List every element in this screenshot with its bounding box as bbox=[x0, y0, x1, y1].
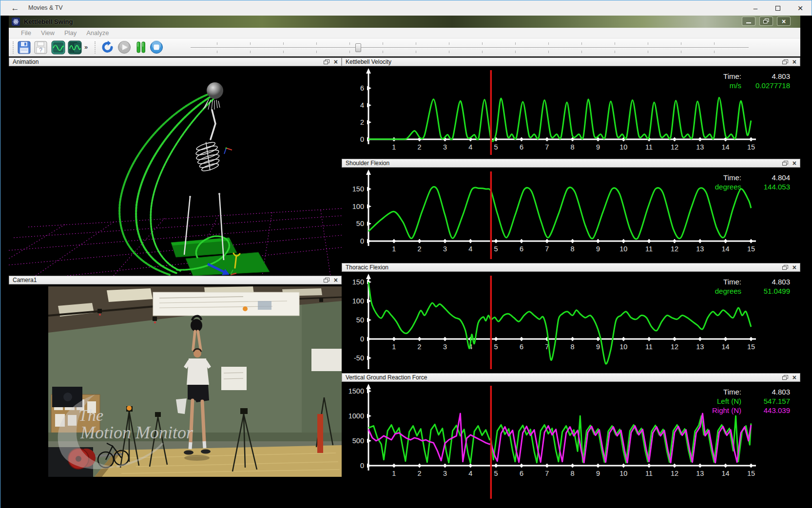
back-button[interactable]: ← bbox=[7, 0, 23, 16]
timeline-slider[interactable] bbox=[191, 42, 749, 53]
y-tick-label: 4 bbox=[360, 101, 364, 109]
y-tick-label: 2 bbox=[360, 118, 364, 126]
x-tick-label: 11 bbox=[645, 343, 653, 351]
x-tick-label: 1 bbox=[392, 470, 396, 477]
slider-handle[interactable] bbox=[355, 43, 361, 52]
pause-button[interactable] bbox=[134, 40, 148, 55]
float-icon[interactable] bbox=[782, 161, 788, 166]
reset-button[interactable] bbox=[100, 40, 115, 55]
menubar: FileViewPlayAnalyze bbox=[9, 28, 800, 38]
outer-close-button[interactable]: × bbox=[789, 0, 812, 16]
menu-item-file[interactable]: File bbox=[16, 29, 36, 37]
kettlebell-velocity-panel-header[interactable]: Kettlebell Velocity× bbox=[342, 57, 800, 66]
readout-label: Left (N) bbox=[668, 397, 741, 406]
readout-value: 443.039 bbox=[741, 406, 790, 415]
x-tick-label: 5 bbox=[494, 143, 498, 151]
readout-label: m/s bbox=[668, 81, 741, 91]
orange-light bbox=[243, 306, 248, 311]
thoracic-flexion-panel-header[interactable]: Thoracic Flexion× bbox=[342, 263, 800, 272]
y-tick-label: -50 bbox=[354, 354, 364, 362]
y-tick-label: 50 bbox=[356, 316, 364, 324]
readout-value: 144.053 bbox=[741, 183, 790, 192]
animation-panel-header[interactable]: Animation × bbox=[9, 57, 342, 66]
x-tick-label: 12 bbox=[671, 343, 678, 351]
readout-row: m/s0.0277718 bbox=[668, 81, 790, 91]
menu-item-analyze[interactable]: Analyze bbox=[81, 29, 114, 37]
app-restore-button[interactable] bbox=[759, 17, 773, 26]
readout-row: Time:4.803 bbox=[668, 278, 790, 287]
close-icon[interactable]: × bbox=[793, 265, 796, 270]
thoracic-flexion-readout: Time:4.803degrees51.0499 bbox=[668, 278, 790, 296]
stop-button[interactable] bbox=[149, 40, 164, 55]
float-icon[interactable] bbox=[324, 278, 329, 282]
y-tick-label: 0 bbox=[360, 135, 364, 143]
x-tick-label: 3 bbox=[443, 245, 447, 253]
outer-maximize-button[interactable] bbox=[767, 0, 789, 16]
x-tick-label: 1 bbox=[392, 143, 396, 151]
app-close-button[interactable]: × bbox=[777, 17, 791, 26]
save-as-button[interactable]: ? bbox=[33, 40, 48, 55]
y-tick-label: 0 bbox=[360, 335, 364, 343]
back-icon: ← bbox=[11, 3, 19, 13]
outer-minimize-button[interactable]: – bbox=[744, 0, 767, 16]
close-icon[interactable]: × bbox=[793, 59, 796, 64]
readout-row: Right (N)443.039 bbox=[668, 406, 790, 415]
play-icon bbox=[117, 40, 131, 54]
float-icon[interactable] bbox=[324, 59, 329, 64]
play-button[interactable] bbox=[117, 40, 132, 55]
camera-panel-header[interactable]: Camera1 × bbox=[9, 276, 342, 284]
vertical-ground-reaction-force-readout: Time:4.803Left (N)547.157Right (N)443.03… bbox=[668, 388, 790, 415]
close-icon[interactable]: × bbox=[334, 59, 338, 64]
readout-value: 4.803 bbox=[741, 72, 790, 81]
toolbar-drag-handle[interactable] bbox=[13, 41, 14, 54]
outer-window-controls: – × bbox=[744, 0, 812, 16]
save-button[interactable] bbox=[17, 40, 31, 55]
x-tick-label: 6 bbox=[520, 470, 523, 477]
x-tick-label: 4 bbox=[468, 143, 472, 151]
toolbar-overflow-button[interactable]: » bbox=[84, 43, 88, 51]
video-letterbox: Kettlebell Swing × FileViewPlayAnalyze bbox=[0, 16, 812, 508]
x-tick-label: 2 bbox=[418, 143, 422, 151]
x-tick-label: 7 bbox=[545, 470, 549, 477]
x-tick-label: 14 bbox=[722, 245, 730, 253]
app-minimize-button[interactable] bbox=[742, 17, 755, 26]
y-tick-label: 1000 bbox=[348, 412, 364, 420]
x-tick-label: 1 bbox=[392, 343, 396, 351]
app-title: Kettlebell Swing bbox=[24, 18, 73, 25]
screen: ← Movies & TV – × Kettlebell Swing bbox=[0, 0, 812, 508]
save-icon bbox=[18, 41, 31, 54]
float-icon[interactable] bbox=[782, 59, 788, 64]
kettlebell-velocity-readout: Time:4.803m/s0.0277718 bbox=[668, 72, 790, 91]
readout-row: degrees51.0499 bbox=[668, 287, 790, 296]
shoulder-flexion-readout: Time:4.804degrees144.053 bbox=[668, 173, 790, 192]
animation-viewport[interactable] bbox=[9, 66, 342, 276]
close-icon[interactable]: × bbox=[793, 375, 796, 380]
waveform-stack-icon bbox=[68, 40, 82, 55]
x-tick-label: 7 bbox=[545, 245, 549, 253]
x-tick-label: 4 bbox=[468, 470, 472, 477]
x-tick-label: 8 bbox=[571, 343, 575, 351]
float-icon[interactable] bbox=[782, 265, 788, 270]
vertical-ground-reaction-force-panel-header[interactable]: Vertical Ground Reaction Force× bbox=[342, 373, 800, 382]
x-tick-label: 6 bbox=[520, 245, 523, 253]
readout-value: 4.803 bbox=[741, 278, 790, 287]
graph-window-button-1[interactable] bbox=[51, 40, 65, 55]
animation-panel-title: Animation bbox=[13, 58, 39, 65]
shoulder-flexion-panel-header[interactable]: Shoulder Flexion× bbox=[342, 159, 800, 168]
x-tick-label: 3 bbox=[443, 143, 447, 151]
readout-label: degrees bbox=[668, 183, 741, 192]
close-icon[interactable]: × bbox=[793, 161, 796, 166]
menu-item-play[interactable]: Play bbox=[59, 29, 81, 37]
pause-icon bbox=[135, 41, 147, 54]
float-icon[interactable] bbox=[782, 375, 788, 380]
x-tick-label: 3 bbox=[443, 470, 447, 477]
toolbar-drag-handle-2[interactable] bbox=[95, 41, 96, 54]
close-icon: × bbox=[782, 18, 786, 25]
readout-label: degrees bbox=[668, 287, 741, 296]
x-tick-label: 10 bbox=[619, 470, 627, 477]
close-icon[interactable]: × bbox=[334, 278, 338, 282]
graph-window-button-2[interactable] bbox=[67, 40, 82, 55]
menu-item-view[interactable]: View bbox=[36, 29, 59, 37]
x-tick-label: 8 bbox=[571, 143, 575, 151]
x-tick-label: 5 bbox=[494, 470, 498, 477]
